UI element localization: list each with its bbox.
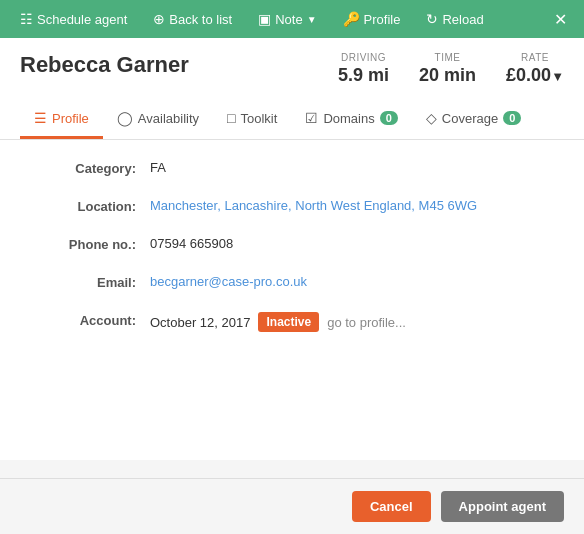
profile-icon: 🔑	[343, 11, 360, 27]
account-row: Account: October 12, 2017 Inactive go to…	[30, 312, 554, 332]
reload-icon: ↻	[426, 11, 438, 27]
category-label: Category:	[40, 160, 150, 176]
time-value: 20 min	[419, 65, 476, 86]
coverage-badge: 0	[503, 111, 521, 125]
account-info: October 12, 2017 Inactive go to profile.…	[150, 312, 406, 332]
tabs: ☰ Profile ◯ Availability □ Toolkit ☑ Dom…	[20, 100, 564, 139]
phone-value: 07594 665908	[150, 236, 233, 251]
location-row: Location: Manchester, Lancashire, North …	[30, 198, 554, 214]
back-icon: ⊕	[153, 11, 165, 27]
location-label: Location:	[40, 198, 150, 214]
rate-label: RATE	[506, 52, 564, 63]
email-row: Email: becgarner@case-pro.co.uk	[30, 274, 554, 290]
agent-header: Rebecca Garner DRIVING 5.9 mi TIME 20 mi…	[0, 38, 584, 140]
domains-badge: 0	[380, 111, 398, 125]
profile-tab-icon: ☰	[34, 110, 47, 126]
email-value[interactable]: becgarner@case-pro.co.uk	[150, 274, 307, 289]
tab-toolkit-label: Toolkit	[241, 111, 278, 126]
go-to-profile-link[interactable]: go to profile...	[327, 315, 406, 330]
location-value[interactable]: Manchester, Lancashire, North West Engla…	[150, 198, 477, 213]
close-icon: ✕	[554, 10, 567, 29]
appoint-agent-button[interactable]: Appoint agent	[441, 491, 564, 522]
phone-label: Phone no.:	[40, 236, 150, 252]
tab-coverage-label: Coverage	[442, 111, 498, 126]
clock-icon: ◯	[117, 110, 133, 126]
tab-domains[interactable]: ☑ Domains 0	[291, 100, 411, 139]
schedule-icon: ☷	[20, 11, 33, 27]
inactive-badge[interactable]: Inactive	[258, 312, 319, 332]
cancel-button[interactable]: Cancel	[352, 491, 431, 522]
tab-profile-label: Profile	[52, 111, 89, 126]
profile-content: Category: FA Location: Manchester, Lanca…	[0, 140, 584, 460]
category-row: Category: FA	[30, 160, 554, 176]
reload-button[interactable]: ↻ Reload	[416, 5, 493, 33]
agent-stats: DRIVING 5.9 mi TIME 20 min RATE £0.00▼	[338, 52, 564, 86]
footer: Cancel Appoint agent	[0, 478, 584, 534]
account-date: October 12, 2017	[150, 315, 250, 330]
email-label: Email:	[40, 274, 150, 290]
note-icon: ▣	[258, 11, 271, 27]
tab-availability[interactable]: ◯ Availability	[103, 100, 213, 139]
tab-toolkit[interactable]: □ Toolkit	[213, 100, 291, 139]
rate-value: £0.00▼	[506, 65, 564, 86]
profile-button[interactable]: 🔑 Profile	[333, 5, 411, 33]
account-label: Account:	[40, 312, 150, 328]
time-label: TIME	[419, 52, 476, 63]
time-stat: TIME 20 min	[419, 52, 476, 86]
rate-stat: RATE £0.00▼	[506, 52, 564, 86]
toolkit-icon: □	[227, 110, 235, 126]
coverage-icon: ◇	[426, 110, 437, 126]
domains-icon: ☑	[305, 110, 318, 126]
agent-name: Rebecca Garner	[20, 52, 338, 78]
category-value: FA	[150, 160, 166, 175]
driving-label: DRIVING	[338, 52, 389, 63]
driving-value: 5.9 mi	[338, 65, 389, 86]
top-bar: ☷ Schedule agent ⊕ Back to list ▣ Note ▼…	[0, 0, 584, 38]
schedule-agent-button[interactable]: ☷ Schedule agent	[10, 5, 137, 33]
phone-row: Phone no.: 07594 665908	[30, 236, 554, 252]
tab-coverage[interactable]: ◇ Coverage 0	[412, 100, 536, 139]
close-button[interactable]: ✕	[546, 5, 574, 33]
note-button[interactable]: ▣ Note ▼	[248, 5, 326, 33]
tab-domains-label: Domains	[323, 111, 374, 126]
driving-stat: DRIVING 5.9 mi	[338, 52, 389, 86]
tab-profile[interactable]: ☰ Profile	[20, 100, 103, 139]
tab-availability-label: Availability	[138, 111, 199, 126]
back-to-list-button[interactable]: ⊕ Back to list	[143, 5, 242, 33]
